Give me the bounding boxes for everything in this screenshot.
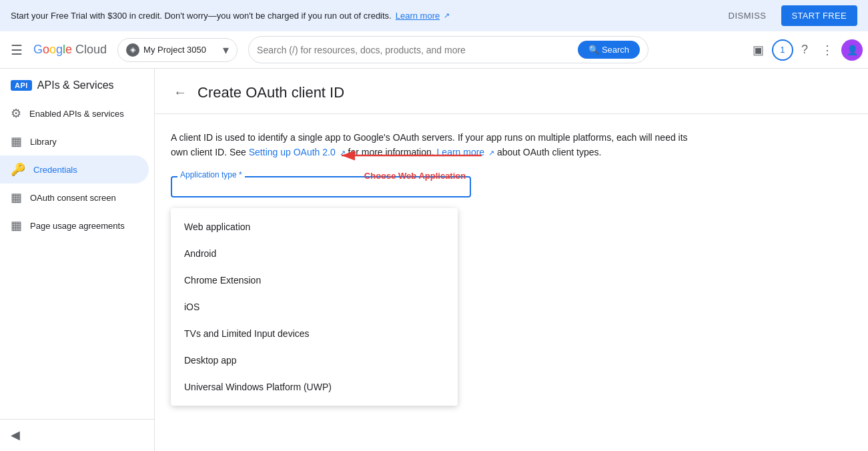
notification-badge[interactable]: 1: [772, 39, 793, 61]
back-button[interactable]: ←: [171, 82, 189, 103]
search-icon: 🔍: [588, 45, 599, 55]
sidebar-item-label: Credentials: [33, 165, 77, 175]
sidebar-item-enabled[interactable]: ⚙ Enabled APIs & services: [0, 99, 149, 127]
banner-text: Start your Free Trial with $300 in credi…: [11, 11, 392, 21]
option-uwp[interactable]: Universal Windows Platform (UWP): [171, 374, 458, 400]
page-body: A client ID is used to identify a single…: [155, 114, 868, 213]
help-icon: ?: [801, 43, 808, 57]
external-link-icon-2: ↗: [488, 149, 494, 157]
banner-right: DISMISS START FREE: [722, 5, 857, 26]
api-badge: API: [11, 80, 32, 91]
external-link-icon: ↗: [444, 11, 450, 20]
external-link-icon: ↗: [340, 149, 346, 157]
search-button[interactable]: 🔍 Search: [578, 41, 640, 59]
sidebar-item-label: OAuth consent screen: [30, 193, 116, 203]
sidebar-item-label: Enabled APIs & services: [29, 109, 124, 119]
page-icon: ▦: [11, 218, 22, 233]
settings-icon: ⚙: [11, 106, 21, 121]
sidebar-item-credentials[interactable]: 🔑 Credentials: [0, 155, 149, 183]
help-button[interactable]: ?: [796, 37, 813, 62]
logo-text: Google Cloud: [33, 43, 107, 57]
terminal-button[interactable]: ▣: [747, 37, 769, 63]
app-type-dropdown: Web application Android Chrome Extension…: [171, 208, 458, 406]
banner-learn-more-link[interactable]: Learn more: [396, 11, 440, 21]
description-text: A client ID is used to identify a single…: [171, 130, 705, 160]
option-ios[interactable]: iOS: [171, 294, 458, 320]
content-area: ← Create OAuth client ID A client ID is …: [155, 69, 868, 451]
option-chrome-extension[interactable]: Chrome Extension: [171, 267, 458, 294]
page-header: ← Create OAuth client ID: [155, 69, 868, 114]
terminal-icon: ▣: [753, 43, 764, 57]
sidebar-item-label: Library: [30, 137, 57, 147]
top-banner: Start your Free Trial with $300 in credi…: [0, 0, 868, 31]
search-input[interactable]: [257, 45, 578, 55]
main-layout: API APIs & Services ⚙ Enabled APIs & ser…: [0, 69, 868, 451]
header: ☰ Google Cloud ◈ My Project 3050 ▾ 🔍 Sea…: [0, 31, 868, 69]
page-title: Create OAuth client ID: [197, 84, 344, 101]
sidebar-item-oauth[interactable]: ▦ OAuth consent screen: [0, 183, 149, 211]
header-icons: ▣ 1 ? ⋮ 👤: [747, 37, 863, 63]
oauth-icon: ▦: [11, 190, 22, 205]
sidebar: API APIs & Services ⚙ Enabled APIs & ser…: [0, 69, 155, 451]
app-type-container: Application type * Web application Andro…: [171, 176, 471, 197]
sidebar-api-header: API APIs & Services: [0, 74, 154, 99]
collapse-icon: ◀: [11, 428, 20, 442]
option-web-application[interactable]: Web application: [171, 213, 458, 240]
avatar[interactable]: 👤: [841, 39, 863, 61]
grid-icon: ▦: [11, 134, 22, 149]
google-cloud-logo[interactable]: Google Cloud: [33, 43, 107, 57]
back-arrow-icon: ←: [173, 85, 187, 99]
notification-count: 1: [780, 45, 785, 55]
hamburger-menu-button[interactable]: ☰: [5, 37, 28, 63]
project-dot: ◈: [126, 43, 139, 57]
hamburger-icon: ☰: [11, 42, 23, 58]
key-icon: 🔑: [11, 162, 25, 177]
sidebar-collapse-button[interactable]: ◀: [0, 419, 154, 450]
option-android[interactable]: Android: [171, 240, 458, 267]
chevron-down-icon: ▾: [223, 43, 229, 57]
dismiss-button[interactable]: DISMISS: [722, 7, 773, 25]
app-type-label: Application type *: [177, 170, 245, 179]
setup-oauth-link[interactable]: Setting up OAuth 2.0 ↗: [249, 147, 348, 157]
more-options-button[interactable]: ⋮: [816, 37, 839, 63]
option-desktop-app[interactable]: Desktop app: [171, 347, 458, 374]
more-options-icon: ⋮: [821, 43, 833, 57]
search-bar: 🔍 Search: [248, 36, 648, 63]
sidebar-item-page-usage[interactable]: ▦ Page usage agreements: [0, 211, 149, 240]
start-free-button[interactable]: START FREE: [781, 5, 857, 26]
banner-left: Start your Free Trial with $300 in credi…: [11, 11, 450, 21]
sidebar-item-label: Page usage agreements: [30, 221, 125, 231]
project-name: My Project 3050: [143, 45, 219, 55]
learn-more-link[interactable]: Learn more ↗: [437, 147, 497, 157]
option-tvs[interactable]: TVs and Limited Input devices: [171, 320, 458, 347]
project-selector[interactable]: ◈ My Project 3050 ▾: [117, 38, 238, 62]
sidebar-item-library[interactable]: ▦ Library: [0, 127, 149, 155]
sidebar-api-label-text: APIs & Services: [37, 79, 114, 91]
